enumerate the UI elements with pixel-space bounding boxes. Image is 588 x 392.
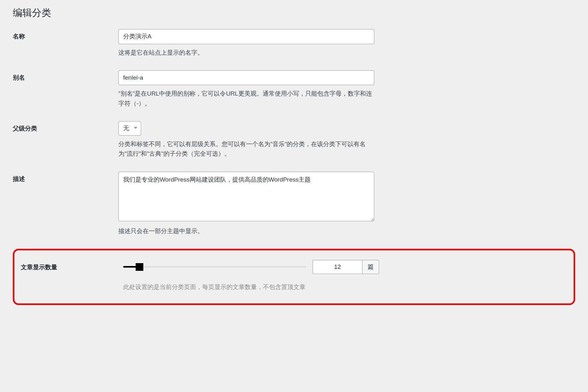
post-count-slider[interactable]: [123, 263, 306, 271]
post-count-input[interactable]: [313, 260, 362, 274]
post-count-suffix: 篇: [362, 260, 379, 274]
post-count-label: 文章显示数量: [21, 260, 123, 271]
name-label: 名称: [13, 29, 118, 41]
page-title: 编辑分类: [13, 6, 575, 20]
slug-input[interactable]: [118, 70, 374, 85]
field-row-slug: 别名 "别名"是在URL中使用的别称，它可以令URL更美观。通常使用小写，只能包…: [13, 70, 575, 108]
description-textarea[interactable]: 我们是专业的WordPress网站建设团队，提供高品质的WordPress主题: [118, 172, 374, 221]
field-row-parent: 父级分类 无 分类和标签不同，它可以有层级关系。您可以有一个名为"音乐"的分类，…: [13, 121, 575, 159]
description-label: 描述: [13, 172, 118, 183]
slug-help-text: "别名"是在URL中使用的别称，它可以令URL更美观。通常使用小写，只能包含字母…: [118, 89, 374, 108]
name-input[interactable]: [118, 29, 374, 44]
parent-label: 父级分类: [13, 121, 118, 133]
field-row-name: 名称 这将是它在站点上显示的名字。: [13, 29, 575, 58]
slider-thumb[interactable]: [136, 263, 143, 271]
slider-track: [123, 266, 306, 268]
description-help-text: 描述只会在一部分主题中显示。: [118, 226, 374, 236]
post-count-help-text: 此处设置的是当前分类页面，每页显示的文章数量，不包含置顶文章: [123, 283, 379, 291]
name-help-text: 这将是它在站点上显示的名字。: [118, 48, 374, 58]
highlighted-post-count-section: 文章显示数量 篇 此处设置的是当前分类页面，每页显示的文章数量，不包含置顶文章: [13, 249, 575, 305]
field-row-description: 描述 我们是专业的WordPress网站建设团队，提供高品质的WordPress…: [13, 172, 575, 236]
slug-label: 别名: [13, 70, 118, 82]
parent-select[interactable]: 无: [118, 121, 141, 136]
field-row-post-count: 文章显示数量 篇 此处设置的是当前分类页面，每页显示的文章数量，不包含置顶文章: [21, 260, 567, 291]
parent-help-text: 分类和标签不同，它可以有层级关系。您可以有一个名为"音乐"的分类，在该分类下可以…: [118, 139, 374, 159]
